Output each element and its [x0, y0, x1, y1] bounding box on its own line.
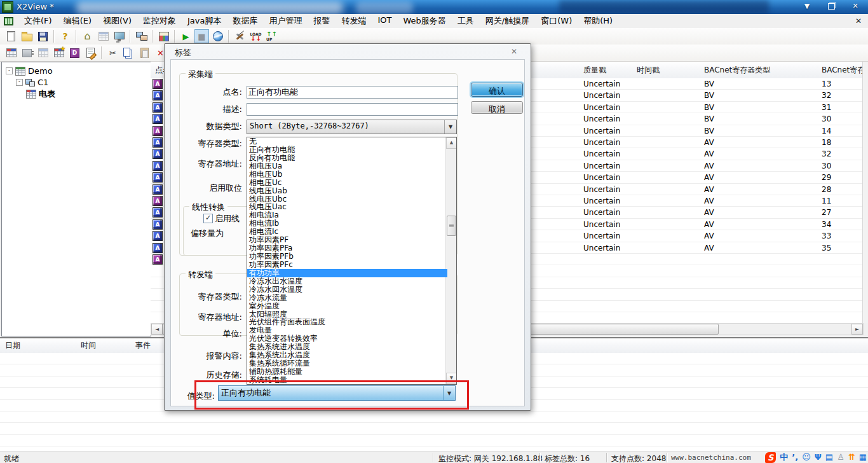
register-option-20[interactable]: 室外温度 — [247, 302, 447, 310]
register-option-22[interactable]: 光伏组件背面表面温度 — [247, 318, 447, 326]
menu-item-10[interactable]: Web服务器 — [398, 13, 452, 29]
help-icon[interactable]: ? — [58, 29, 72, 43]
menu-item-14[interactable]: 帮助(H) — [578, 13, 618, 29]
enable-linear-checkbox[interactable]: ✓ — [203, 214, 213, 223]
menu-item-5[interactable]: 数据库 — [227, 13, 264, 29]
column-header-bacnet-type[interactable]: BACnet寄存器类型 — [704, 62, 815, 78]
register-option-14[interactable]: 功率因素PFb — [247, 252, 447, 261]
tree-expander-icon[interactable]: - — [16, 79, 23, 86]
menu-item-0[interactable]: 文件(F) — [18, 13, 58, 29]
microphone-icon[interactable]: Ψ — [815, 452, 822, 463]
register-option-26[interactable]: 集热系统出水温度 — [247, 351, 447, 359]
register-option-18[interactable]: 冷冻水回水温度 — [247, 286, 447, 294]
register-option-25[interactable]: 集热系统进水温度 — [247, 343, 447, 351]
sogou-logo-icon[interactable]: S — [765, 452, 776, 463]
tree-item-label[interactable]: Demo — [28, 66, 53, 76]
register-option-17[interactable]: 冷冻水出水温度 — [247, 277, 447, 286]
cut-icon[interactable]: ✂ — [105, 46, 120, 60]
chevron-down-icon[interactable]: ▼ — [444, 120, 456, 134]
menu-item-11[interactable]: 工具 — [452, 13, 480, 29]
register-option-2[interactable]: 反向有功电能 — [247, 154, 447, 162]
grid-view-icon[interactable] — [96, 29, 111, 43]
dialog-close-icon[interactable]: ✕ — [509, 46, 519, 57]
register-option-3[interactable]: 相电压Ua — [247, 162, 447, 170]
menu-item-7[interactable]: 报警 — [308, 13, 336, 29]
new-table-icon[interactable]: ★ — [51, 46, 66, 60]
register-option-1[interactable]: 正向有功电能 — [247, 146, 447, 154]
confirm-button[interactable]: 确认 — [471, 83, 523, 97]
column-header-timestamp[interactable]: 时间戳 — [637, 62, 694, 78]
column-header-quality[interactable]: 质量戳 — [583, 62, 631, 78]
register-option-23[interactable]: 发电量 — [247, 326, 447, 335]
register-option-6[interactable]: 线电压Uab — [247, 187, 447, 195]
register-option-28[interactable]: 辅助热源耗能量 — [247, 368, 447, 376]
register-option-0[interactable]: 无 — [247, 137, 447, 146]
register-option-24[interactable]: 光伏逆变器转换效率 — [247, 335, 447, 343]
register-option-7[interactable]: 线电压Ubc — [247, 195, 447, 204]
new-file-icon[interactable] — [4, 29, 18, 43]
menu-item-8[interactable]: 转发端 — [336, 13, 372, 29]
updates-icon[interactable]: ⇈ — [848, 452, 855, 463]
cancel-button[interactable]: 取消 — [471, 101, 523, 114]
network-icon[interactable] — [134, 29, 149, 43]
register-option-27[interactable]: 集热系统循环流量 — [247, 359, 447, 368]
tree-item-C1[interactable]: -C1 — [16, 77, 48, 88]
upload-icon[interactable]: ↑↑UP — [264, 29, 279, 43]
scroll-right-icon[interactable]: ► — [851, 324, 863, 335]
save-file-icon[interactable] — [36, 29, 50, 43]
register-option-19[interactable]: 冷冻水流量 — [247, 294, 447, 302]
data-type-combobox[interactable]: Short (2Byte,-32768~32767) ▼ — [247, 120, 457, 134]
run-icon[interactable]: ▶ — [179, 29, 193, 43]
io-config-icon[interactable] — [156, 29, 171, 43]
tree-item-label[interactable]: 电表 — [39, 88, 55, 100]
mdi-close-icon[interactable]: ✕ — [855, 17, 862, 25]
restore-icon[interactable] — [824, 1, 839, 12]
tree-item-label[interactable]: C1 — [37, 78, 48, 87]
download-icon[interactable]: LOAD↓↓ — [248, 29, 263, 43]
column-header-time[interactable]: 时间 — [81, 338, 128, 353]
register-option-9[interactable]: 相电流Ia — [247, 211, 447, 219]
points-vertical-scrollbar[interactable] — [862, 62, 868, 323]
tree-item-电表[interactable]: 电表 — [26, 88, 55, 99]
register-option-4[interactable]: 相电压Ub — [247, 170, 447, 179]
register-option-5[interactable]: 相电压Uc — [247, 179, 447, 187]
register-option-11[interactable]: 相电流Ic — [247, 228, 447, 236]
stop-icon[interactable]: ■ — [194, 29, 209, 43]
register-type-droplist[interactable]: ▲ ▼ 无正向有功电能反向有功电能相电压Ua相电压Ub相电压Uc线电压Uab线电… — [247, 137, 457, 385]
column-header-bacnet-addr[interactable]: BACnet寄存器地址 — [822, 62, 862, 78]
column-header-date[interactable]: 日期 — [5, 338, 72, 353]
tree-item-Demo[interactable]: -Demo — [6, 66, 53, 76]
paste-icon[interactable] — [137, 46, 152, 60]
register-option-8[interactable]: 线电压Uac — [247, 203, 447, 211]
punctuation-icon[interactable]: ’, — [792, 452, 798, 463]
open-file-icon[interactable] — [20, 29, 34, 43]
table-icon[interactable] — [4, 46, 18, 60]
tools-icon[interactable] — [233, 29, 247, 43]
scroll-up-icon[interactable]: ▲ — [446, 137, 457, 149]
web-refresh-icon[interactable] — [210, 29, 225, 43]
emoji-icon[interactable]: ☺ — [802, 452, 811, 463]
apps-grid-icon[interactable]: ▦ — [859, 452, 867, 463]
scroll-thumb[interactable] — [447, 216, 456, 236]
menu-item-6[interactable]: 用户管理 — [264, 13, 308, 29]
user-icon[interactable]: ♙ — [837, 452, 844, 463]
menu-item-1[interactable]: 编辑(E) — [58, 13, 97, 29]
menu-item-13[interactable]: 窗口(W) — [535, 13, 578, 29]
menu-item-4[interactable]: Java脚本 — [182, 13, 227, 29]
register-option-16[interactable]: 有功功率 — [247, 269, 447, 277]
properties-icon[interactable] — [83, 46, 98, 60]
menu-item-9[interactable]: IOT — [372, 13, 398, 29]
database-icon[interactable]: D — [67, 46, 82, 60]
chinese-mode-icon[interactable]: 中 — [780, 452, 788, 463]
copy-icon[interactable] — [121, 46, 136, 60]
minimize-icon[interactable]: ▼ — [799, 1, 815, 12]
register-option-13[interactable]: 功率因素PFa — [247, 244, 447, 252]
register-option-10[interactable]: 相电流Ib — [247, 219, 447, 228]
home-icon[interactable]: ⌂ — [80, 29, 95, 43]
table-disabled-icon[interactable] — [36, 46, 50, 60]
menu-item-2[interactable]: 视图(V) — [97, 13, 137, 29]
point-name-input[interactable] — [247, 86, 458, 99]
tree-expander-icon[interactable]: - — [6, 67, 13, 74]
description-input[interactable] — [247, 103, 458, 116]
mdi-child-icon[interactable] — [4, 17, 13, 25]
